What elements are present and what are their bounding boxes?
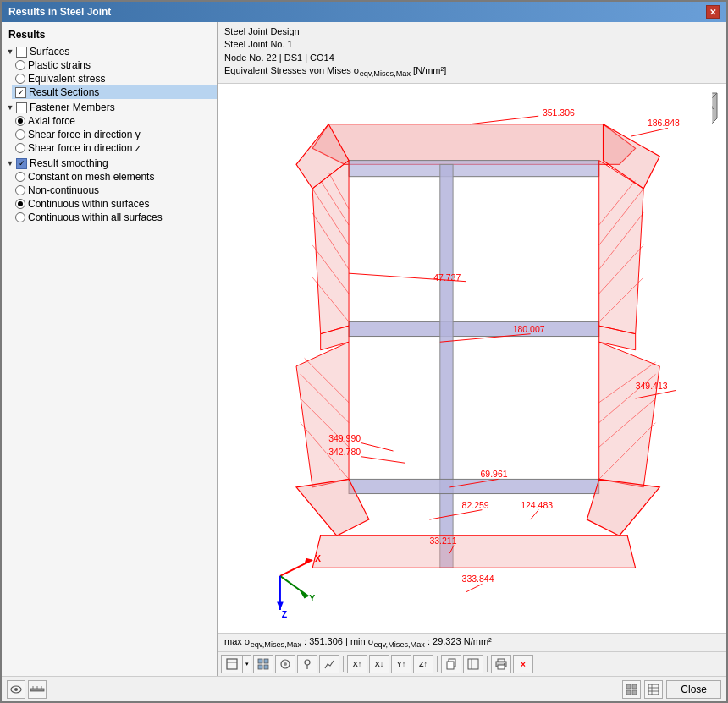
- svg-rect-90: [498, 665, 505, 669]
- plastic-strains-row[interactable]: Plastic strains: [12, 58, 217, 72]
- label-continuous-all: Continuous within all surfaces: [28, 211, 163, 223]
- smoothing-row[interactable]: ▼ Result smoothing: [2, 157, 217, 170]
- label-fastener: Fastener Members: [30, 102, 115, 113]
- x-axis-down-btn[interactable]: X↓: [369, 655, 389, 673]
- table-btn[interactable]: [644, 680, 663, 699]
- circle-btn[interactable]: [275, 655, 295, 673]
- dropdown-arrow-icon[interactable]: ▾: [242, 655, 251, 673]
- svg-text:333.844: 333.844: [462, 575, 494, 585]
- continuous-within-row[interactable]: Continuous within surfaces: [12, 197, 217, 211]
- svg-text:124.483: 124.483: [521, 501, 553, 510]
- checkbox-result-sections[interactable]: [15, 87, 26, 98]
- axial-force-row[interactable]: Axial force: [12, 114, 217, 128]
- label-constant-mesh: Constant on mesh elements: [28, 171, 154, 183]
- copy2-btn[interactable]: [463, 655, 483, 673]
- radio-continuous-all[interactable]: [15, 212, 25, 222]
- result-sections-row[interactable]: Result Sections: [12, 85, 217, 99]
- svg-text:X: X: [315, 554, 321, 563]
- radio-non-continuous[interactable]: [15, 185, 25, 195]
- checkbox-fastener[interactable]: [16, 102, 27, 113]
- expand-icon-surfaces: ▼: [5, 47, 15, 57]
- view-dropdown-main[interactable]: [222, 655, 242, 673]
- svg-rect-76: [258, 659, 262, 663]
- chart-btn[interactable]: [319, 655, 339, 673]
- shear-force-y-row[interactable]: Shear force in direction y: [12, 128, 217, 141]
- shear-force-z-row[interactable]: Shear force in direction z: [12, 141, 217, 155]
- radio-plastic-strains[interactable]: [15, 60, 25, 70]
- window-title: Results in Steel Joint: [8, 6, 111, 18]
- separator-1: [343, 656, 344, 672]
- ruler-btn[interactable]: [28, 680, 47, 699]
- svg-text:349.413: 349.413: [636, 382, 668, 391]
- eye-btn[interactable]: [7, 680, 25, 699]
- svg-text:82.259: 82.259: [462, 501, 489, 510]
- grid-icon-btn[interactable]: [253, 655, 273, 673]
- continuous-all-row[interactable]: Continuous within all surfaces: [12, 211, 217, 224]
- svg-rect-102: [648, 684, 659, 695]
- svg-rect-10: [349, 322, 599, 337]
- svg-marker-6: [312, 124, 636, 165]
- close-button[interactable]: Close: [666, 680, 721, 699]
- label-surfaces: Surfaces: [30, 46, 69, 58]
- main-window: Results in Steel Joint ✕ Results ▼ Surfa…: [0, 0, 728, 703]
- label-continuous-within: Continuous within surfaces: [28, 198, 149, 210]
- svg-text:Z: Z: [282, 611, 288, 620]
- svg-rect-94: [30, 689, 44, 691]
- checkbox-smoothing[interactable]: [16, 158, 27, 169]
- radio-axial-force[interactable]: [15, 116, 25, 126]
- svg-point-82: [305, 660, 310, 665]
- status-bar: max σeqv,Mises,Max : 351.306 | min σeqv,…: [218, 633, 726, 651]
- label-shear-z: Shear force in direction z: [28, 142, 141, 154]
- radio-continuous-within[interactable]: [15, 199, 25, 209]
- main-content: Results ▼ Surfaces Plastic strains Equiv…: [2, 22, 726, 676]
- label-smoothing: Result smoothing: [30, 157, 108, 169]
- svg-rect-77: [264, 659, 268, 663]
- close-icon[interactable]: ✕: [706, 5, 720, 19]
- svg-text:186.848: 186.848: [648, 118, 680, 128]
- svg-text:351.306: 351.306: [543, 108, 575, 118]
- svg-rect-78: [258, 665, 262, 669]
- location-btn[interactable]: [297, 655, 317, 673]
- y-axis-btn[interactable]: Y↑: [391, 655, 411, 673]
- radio-constant-mesh[interactable]: [15, 172, 25, 182]
- equivalent-stress-row[interactable]: Equivalent stress: [12, 72, 217, 85]
- constant-mesh-row[interactable]: Constant on mesh elements: [12, 170, 217, 184]
- checkbox-surfaces[interactable]: [16, 47, 27, 58]
- radio-shear-y[interactable]: [15, 129, 25, 140]
- copy-btn[interactable]: [441, 655, 461, 673]
- svg-marker-21: [312, 535, 636, 568]
- svg-rect-85: [447, 662, 454, 669]
- label-result-sections: Result Sections: [29, 86, 99, 98]
- svg-marker-7: [349, 161, 599, 177]
- export-btn[interactable]: ×: [513, 655, 533, 673]
- svg-point-91: [504, 663, 505, 665]
- surfaces-row[interactable]: ▼ Surfaces: [2, 45, 217, 58]
- svg-marker-13: [599, 161, 643, 334]
- z-axis-btn[interactable]: Z↑: [413, 655, 433, 673]
- view-dropdown[interactable]: ▾: [221, 655, 251, 673]
- bottom-left-icons: [7, 680, 47, 699]
- fastener-row[interactable]: ▼ Fastener Members: [2, 101, 217, 114]
- print-btn[interactable]: [491, 655, 511, 673]
- separator-2: [437, 656, 438, 672]
- structure-svg: 351.306 186.848 47.737 180.007 349.413: [218, 84, 726, 633]
- svg-rect-98: [626, 684, 631, 689]
- svg-rect-16: [349, 480, 599, 494]
- viewport-header: Steel Joint Design Steel Joint No. 1 Nod…: [218, 22, 726, 84]
- radio-shear-z[interactable]: [15, 143, 25, 153]
- header-line3: Node No. 22 | DS1 | CO14: [224, 52, 720, 64]
- label-plastic-strains: Plastic strains: [28, 59, 91, 71]
- svg-text:342.780: 342.780: [328, 448, 361, 457]
- svg-rect-79: [264, 665, 268, 669]
- svg-point-93: [14, 688, 18, 691]
- radio-equivalent-stress[interactable]: [15, 74, 25, 84]
- grid2-btn[interactable]: [622, 680, 641, 699]
- sidebar-header: Results: [2, 27, 217, 44]
- subscript-eqv: eqv,Mises,Max: [360, 69, 411, 78]
- label-axial-force: Axial force: [28, 115, 75, 127]
- header-line1: Steel Joint Design: [224, 25, 720, 38]
- non-continuous-row[interactable]: Non-continuous: [12, 184, 217, 197]
- svg-text:180.007: 180.007: [513, 325, 545, 334]
- svg-text:47.737: 47.737: [433, 273, 461, 283]
- x-axis-btn[interactable]: X↑: [347, 655, 367, 673]
